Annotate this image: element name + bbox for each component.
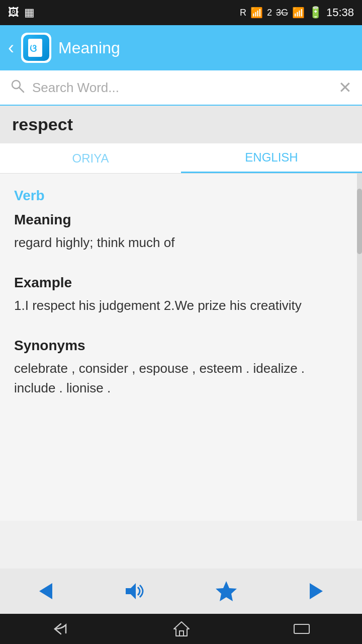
content-area: Verb Meaning regard highly; think much o…: [0, 174, 362, 521]
image-icon: 🖼: [8, 6, 19, 19]
word-text: respect: [12, 115, 73, 134]
svg-marker-4: [39, 583, 52, 599]
prev-icon-svg: [34, 580, 56, 602]
example-text: 1.I respect his judgement 2.We prize his…: [14, 296, 338, 315]
nav-home-icon: [173, 621, 190, 637]
word-heading: respect: [0, 106, 362, 143]
3g-icon: 3G: [276, 8, 288, 18]
back-button[interactable]: ‹: [8, 37, 14, 58]
svg-marker-6: [216, 581, 237, 601]
carrier2-label: 2: [267, 8, 272, 18]
sound-icon-svg: [124, 581, 148, 601]
sound-button[interactable]: [116, 576, 156, 606]
synonyms-text: celebrate , consider , espouse , esteem …: [14, 359, 338, 398]
scrollbar-track: [357, 174, 362, 521]
svg-marker-5: [126, 583, 136, 599]
svg-marker-8: [174, 622, 189, 636]
nav-bar: [0, 614, 362, 644]
search-bar: ✕: [0, 70, 362, 106]
svg-marker-7: [310, 583, 323, 599]
tab-english[interactable]: ENGLISH: [181, 143, 362, 173]
app-icon: ଓ: [21, 33, 51, 63]
signal1-icon: 📶: [250, 7, 263, 19]
search-clear-button[interactable]: ✕: [338, 78, 352, 97]
app-bar: ‹ ଓ Meaning: [0, 25, 362, 70]
status-bar-right: R 📶 2 3G 📶 🔋 15:38: [240, 6, 354, 19]
bottom-action-bar: [0, 569, 362, 614]
dictionary-icon-svg: ଓ: [26, 38, 46, 58]
signal2-icon: 📶: [292, 7, 305, 19]
synonyms-title: Synonyms: [14, 338, 338, 354]
status-bar: 🖼 ▦ R 📶 2 3G 📶 🔋 15:38: [0, 0, 362, 25]
app-title: Meaning: [58, 39, 120, 57]
favorite-button[interactable]: [206, 576, 246, 606]
tabs: ORIYA ENGLISH: [0, 143, 362, 174]
nav-recent-icon: [293, 622, 310, 635]
next-icon-svg: [306, 580, 328, 602]
tab-oriya[interactable]: ORIYA: [0, 143, 181, 173]
search-input[interactable]: [32, 80, 331, 96]
content-scroll[interactable]: Verb Meaning regard highly; think much o…: [0, 174, 362, 521]
example-title: Example: [14, 275, 338, 291]
search-icon: [10, 78, 25, 97]
nav-home-button[interactable]: [173, 621, 190, 637]
nav-recent-button[interactable]: [293, 622, 310, 635]
nav-back-icon: [52, 622, 70, 636]
app-icon-inner: ଓ: [23, 35, 49, 61]
star-icon-svg: [215, 580, 238, 602]
time-display: 15:38: [326, 6, 354, 19]
battery-icon: 🔋: [309, 6, 322, 19]
status-bar-left: 🖼 ▦: [8, 6, 35, 19]
signal-icon: ▦: [24, 6, 35, 19]
meaning-text: regard highly; think much of: [14, 233, 338, 253]
search-icon-svg: [10, 78, 25, 94]
nav-back-button[interactable]: [52, 622, 70, 636]
pos-label: Verb: [14, 188, 338, 204]
svg-line-3: [19, 88, 24, 92]
svg-rect-10: [294, 624, 309, 633]
meaning-title: Meaning: [14, 212, 338, 228]
scrollbar-thumb: [357, 189, 362, 254]
svg-rect-9: [179, 631, 184, 636]
svg-text:ଓ: ଓ: [30, 43, 37, 54]
prev-button[interactable]: [25, 576, 65, 606]
next-button[interactable]: [297, 576, 337, 606]
carrier1-label: R: [240, 8, 246, 18]
